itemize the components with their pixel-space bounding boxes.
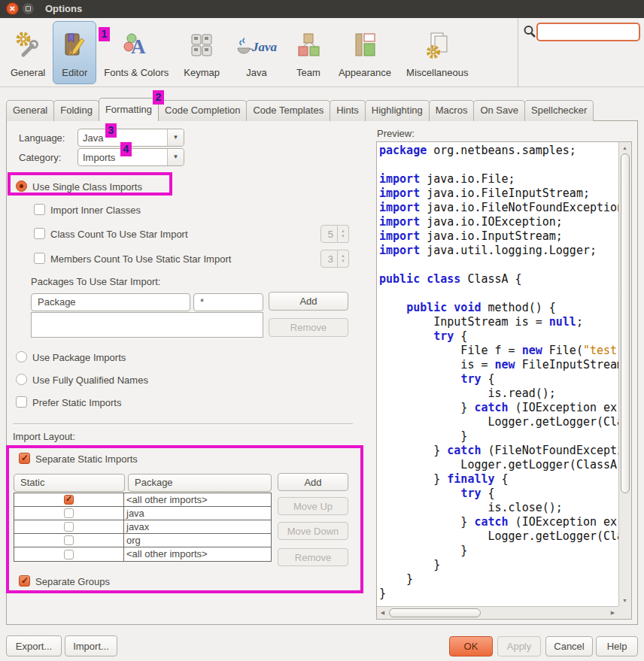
static-checkbox[interactable] — [64, 522, 74, 532]
toolbar-item-keymap[interactable]: Keymap — [176, 21, 227, 84]
annotation-marker-4: 4 — [120, 142, 132, 156]
toolbar-item-label: Java — [246, 67, 266, 78]
tab-general[interactable]: General — [6, 100, 54, 121]
search-input[interactable] — [536, 23, 640, 41]
table-row[interactable]: <all other imports> — [14, 493, 271, 507]
static-checkbox[interactable] — [64, 550, 74, 559]
star-column-header[interactable]: * — [193, 293, 263, 311]
tab-formatting[interactable]: Formatting — [99, 98, 159, 121]
import-button[interactable]: Import... — [65, 635, 117, 656]
spinner-arrows-icon[interactable]: ▲▼ — [338, 250, 349, 268]
preview-label: Preview: — [377, 128, 415, 139]
maximize-icon — [26, 6, 31, 11]
column-header-static[interactable]: Static — [14, 474, 125, 492]
tab-code-templates[interactable]: Code Templates — [246, 100, 330, 121]
import-layout-remove-button[interactable]: Remove — [278, 548, 348, 566]
vertical-scrollbar[interactable]: ▲ ▼ — [618, 142, 631, 606]
cancel-button[interactable]: Cancel — [545, 636, 593, 656]
annotation-marker-3: 3 — [105, 123, 117, 138]
prefer-static-imports-checkbox[interactable] — [16, 396, 27, 408]
toolbar-item-general[interactable]: General — [3, 21, 53, 84]
static-checkbox[interactable] — [64, 495, 74, 505]
annotation-marker-2: 2 — [153, 90, 164, 105]
toolbar-item-appearance[interactable]: Appearance — [331, 21, 399, 84]
package-column-header[interactable]: Package — [31, 293, 190, 311]
static-checkbox[interactable] — [64, 535, 74, 545]
separate-groups-checkbox[interactable] — [19, 575, 30, 587]
members-count-spinner[interactable]: 3 ▲▼ — [320, 250, 349, 268]
static-checkbox[interactable] — [64, 508, 74, 518]
toolbar-item-label: Keymap — [184, 67, 220, 78]
window-titlebar[interactable]: ✕ Options — [0, 0, 644, 18]
tab-folding[interactable]: Folding — [53, 100, 99, 121]
toolbar-item-label: Fonts & Colors — [104, 67, 169, 78]
help-button[interactable]: Help — [596, 636, 638, 656]
tab-hints[interactable]: Hints — [330, 100, 366, 121]
table-row[interactable]: <all other imports> — [14, 547, 271, 561]
tab-on-save[interactable]: On Save — [473, 100, 525, 121]
import-inner-classes-checkbox[interactable] — [34, 204, 45, 215]
toolbar: GeneralEditorAFonts & ColorsKeymapJavaJa… — [0, 18, 644, 87]
toolbar-item-label: Appearance — [339, 67, 391, 78]
table-row[interactable]: java — [14, 507, 271, 520]
svg-text:A: A — [131, 35, 146, 58]
move-down-button[interactable]: Move Down — [278, 522, 348, 540]
move-up-button[interactable]: Move Up — [278, 497, 348, 515]
team-icon — [293, 27, 324, 63]
preview-code[interactable]: package org.netbeans.samples; import jav… — [377, 142, 618, 606]
vertical-scrollbar-thumb[interactable] — [621, 153, 630, 493]
package-cell: java — [124, 507, 271, 520]
toolbar-item-team[interactable]: Team — [286, 21, 331, 84]
separate-static-imports-checkbox[interactable] — [19, 453, 30, 464]
tab-macros[interactable]: Macros — [429, 100, 475, 121]
spinner-arrows-icon[interactable]: ▲▼ — [338, 225, 349, 243]
separate-static-imports-label: Separate Static Imports — [35, 453, 138, 465]
tab-code-completion[interactable]: Code Completion — [158, 100, 247, 121]
star-packages-list[interactable] — [31, 312, 263, 338]
table-row[interactable]: javax — [14, 520, 271, 534]
class-count-spinner[interactable]: 5 ▲▼ — [320, 225, 349, 243]
preview-editor[interactable]: package org.netbeans.samples; import jav… — [376, 141, 632, 620]
scroll-right-icon[interactable]: ▶ — [607, 607, 618, 618]
scroll-up-icon[interactable]: ▲ — [619, 142, 630, 153]
editor-icon — [59, 27, 90, 63]
scroll-down-icon[interactable]: ▼ — [619, 595, 630, 606]
export-button[interactable]: Export... — [6, 635, 62, 656]
fonts-colors-icon: A — [121, 27, 151, 63]
table-row[interactable]: org — [14, 534, 271, 547]
use-package-imports-radio[interactable] — [16, 351, 27, 362]
options-dialog: ✕ Options GeneralEditorAFonts & ColorsKe… — [0, 0, 644, 661]
members-count-checkbox[interactable] — [34, 253, 45, 264]
import-layout-add-button[interactable]: Add — [278, 473, 348, 491]
remove-star-package-button[interactable]: Remove — [269, 318, 348, 337]
close-icon: ✕ — [9, 5, 15, 13]
horizontal-scrollbar[interactable]: ◀ ▶ — [377, 606, 618, 619]
window-close-button[interactable]: ✕ — [6, 2, 19, 15]
use-fully-qualified-names-radio[interactable] — [16, 374, 27, 385]
import-inner-classes-label: Import Inner Classes — [50, 205, 141, 216]
toolbar-item-miscellaneous[interactable]: Miscellaneous — [399, 21, 475, 84]
scroll-left-icon[interactable]: ◀ — [377, 607, 388, 618]
package-cell: javax — [124, 520, 271, 533]
horizontal-scrollbar-thumb[interactable] — [389, 608, 481, 617]
toolbar-item-editor[interactable]: Editor — [53, 21, 96, 84]
toolbar-item-java[interactable]: JavaJava — [227, 21, 286, 84]
use-fully-qualified-names-label: Use Fully Qualified Names — [32, 374, 148, 386]
class-count-checkbox[interactable] — [34, 228, 45, 239]
add-star-package-button[interactable]: Add — [269, 292, 348, 311]
scrollbar-corner — [618, 606, 631, 619]
apply-button[interactable]: Apply — [497, 636, 541, 656]
tab-highlighting[interactable]: Highlighting — [365, 100, 430, 121]
window-maximize-button[interactable] — [22, 2, 35, 15]
column-header-package[interactable]: Package — [128, 474, 272, 492]
use-single-class-imports-radio[interactable] — [16, 180, 27, 192]
formatting-panel: Language: Java ▼ Category: Imports ▼ Use… — [6, 120, 638, 625]
toolbar-item-label: Team — [296, 67, 320, 78]
toolbar-item-label: Miscellaneous — [406, 67, 468, 78]
prefer-static-imports-label: Prefer Static Imports — [32, 397, 121, 408]
tab-spellchecker[interactable]: Spellchecker — [524, 100, 594, 121]
appearance-icon — [350, 27, 380, 63]
chevron-down-icon: ▼ — [167, 129, 184, 146]
chevron-down-icon: ▼ — [167, 149, 184, 165]
ok-button[interactable]: OK — [449, 636, 493, 656]
